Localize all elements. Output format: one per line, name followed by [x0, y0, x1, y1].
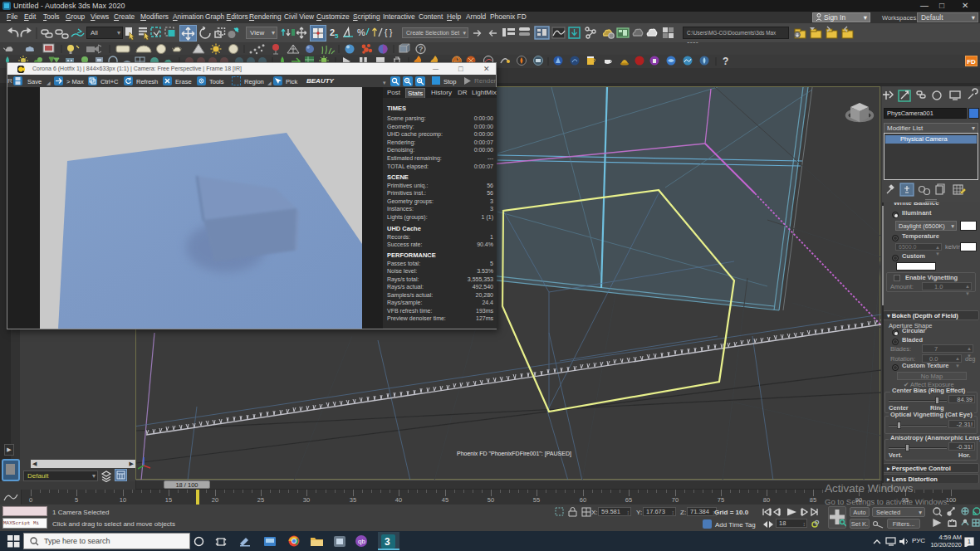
svg-text:%: %: [357, 27, 365, 37]
svg-text:?: ?: [723, 56, 728, 67]
svg-text:1: 1: [968, 539, 971, 544]
svg-text:?: ?: [419, 45, 424, 53]
svg-text:Phoenix FD "PhoenixFDFire001": Phoenix FD "PhoenixFDFire001": [PAUSED]: [457, 451, 571, 457]
svg-text:3: 3: [385, 536, 390, 548]
svg-text:{ }: { }: [385, 28, 393, 37]
svg-text:qb: qb: [358, 538, 365, 545]
svg-text:5: 5: [335, 32, 339, 40]
